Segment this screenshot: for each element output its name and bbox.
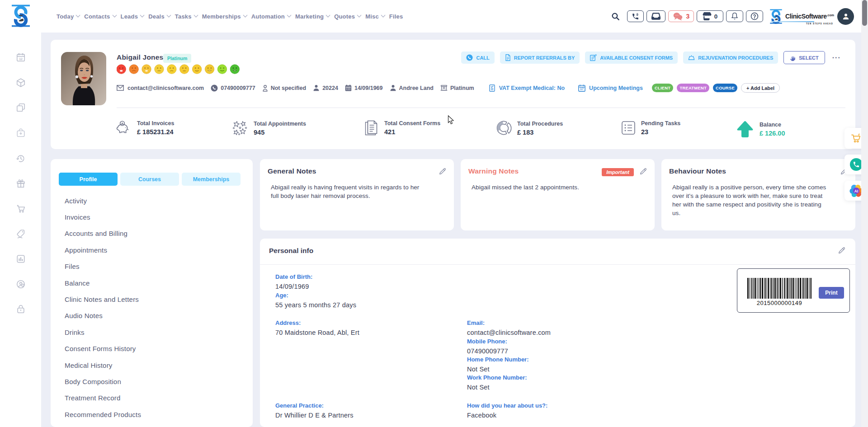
svg-text:AI: AI [854, 189, 858, 193]
svg-text:17: 17 [580, 87, 584, 91]
svg-text:12: 12 [19, 57, 23, 61]
